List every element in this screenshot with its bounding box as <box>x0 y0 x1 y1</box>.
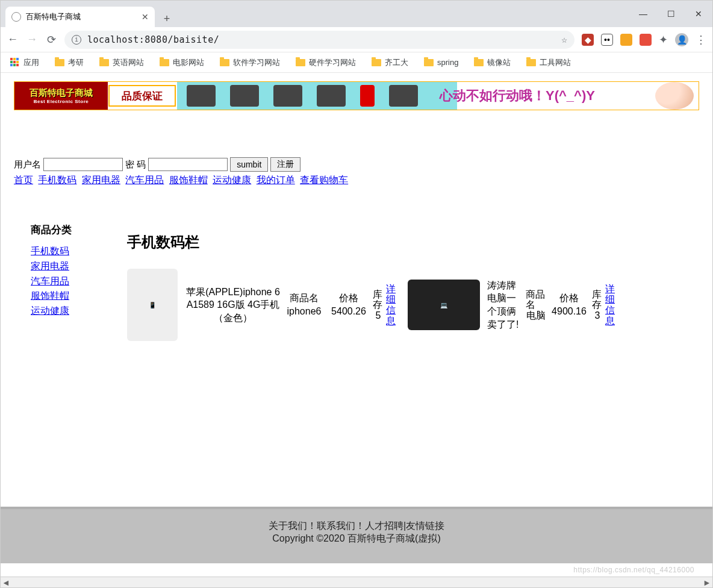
new-tab-button[interactable]: + <box>158 10 175 27</box>
submit-button[interactable]: sumbit <box>230 157 268 172</box>
bookmark-item[interactable]: 齐工大 <box>372 57 408 68</box>
password-input[interactable] <box>148 158 228 171</box>
bookmark-item[interactable]: 硬件学习网站 <box>296 57 356 68</box>
banner-slogan: 心动不如行动哦！Y(^_^)Y <box>429 87 655 105</box>
apps-label: 应用 <box>23 57 39 68</box>
gadget-icon <box>230 85 259 107</box>
folder-icon <box>296 59 305 66</box>
page-content: 百斯特电子商城 Best Electronic Store 品质保证 心动不如行… <box>1 73 712 587</box>
reload-button[interactable]: ⟳ <box>45 34 57 46</box>
url-text: localhost:8080/baisite/ <box>87 34 555 45</box>
scroll-right-icon[interactable]: ► <box>702 577 712 587</box>
url-field[interactable]: i localhost:8080/baisite/ ☆ <box>64 31 574 49</box>
bookmark-star-icon[interactable]: ☆ <box>561 34 567 45</box>
site-info-icon[interactable]: i <box>72 35 81 45</box>
nav-link[interactable]: 首页 <box>14 175 33 185</box>
product-price: 价格5400.26 <box>327 292 370 317</box>
folder-icon <box>55 59 64 66</box>
sidebar-item[interactable]: 手机数码 <box>31 244 103 259</box>
scroll-track[interactable] <box>11 577 702 587</box>
close-tab-icon[interactable]: ✕ <box>142 12 149 22</box>
login-form: 用户名 密 码 sumbit 注册 <box>14 157 699 172</box>
gadget-icon <box>317 85 346 107</box>
bookmark-item[interactable]: 考研 <box>55 57 84 68</box>
product-price: 价格4900.16 <box>549 292 590 317</box>
gadget-icon <box>187 85 216 107</box>
nav-link[interactable]: 查看购物车 <box>300 175 348 185</box>
folder-icon <box>99 59 109 66</box>
folder-icon <box>220 59 229 66</box>
bookmark-item[interactable]: spring <box>424 58 458 67</box>
sidebar-title: 商品分类 <box>31 223 103 237</box>
product-detail-link[interactable]: 详细信息 <box>605 284 616 326</box>
bookmark-item[interactable]: 镜像站 <box>474 57 511 68</box>
bookmark-item[interactable]: 软件学习网站 <box>220 57 280 68</box>
profile-avatar-icon[interactable]: 👤 <box>675 33 688 46</box>
banner-gadgets <box>176 85 429 107</box>
folder-icon <box>372 59 381 66</box>
folder-icon <box>474 59 484 66</box>
minimize-button[interactable]: — <box>629 1 657 27</box>
folder-icon <box>526 59 536 66</box>
gadget-icon <box>273 85 302 107</box>
nav-link[interactable]: 手机数码 <box>38 175 76 185</box>
favicon-icon <box>11 12 21 22</box>
ublock-icon[interactable]: ◆ <box>582 34 594 46</box>
site-banner: 百斯特电子商城 Best Electronic Store 品质保证 心动不如行… <box>14 81 699 110</box>
extensions-menu-icon[interactable]: ✦ <box>659 33 668 46</box>
product-name: 商品名iphone6 <box>284 292 325 317</box>
back-button[interactable]: ← <box>7 34 19 46</box>
product-image: 📱 <box>127 269 178 341</box>
browser-menu-icon[interactable]: ⋮ <box>696 33 706 46</box>
extension-icon[interactable]: •• <box>601 34 613 46</box>
watermark-text: https://blog.csdn.net/qq_44216000 <box>573 566 694 574</box>
nav-link[interactable]: 运动健康 <box>213 175 251 185</box>
username-input[interactable] <box>43 158 123 171</box>
password-label: 密 码 <box>125 159 146 170</box>
address-bar: ← → ⟳ i localhost:8080/baisite/ ☆ ◆ •• ✦… <box>1 27 712 52</box>
product-desc: 苹果(APPLE)iphone 6 A1589 16G版 4G手机（金色） <box>185 286 281 325</box>
horizontal-scrollbar[interactable]: ◄ ► <box>1 577 712 587</box>
forward-button[interactable]: → <box>26 34 38 46</box>
extension-icon-3[interactable] <box>640 34 652 46</box>
register-button[interactable]: 注册 <box>270 157 300 172</box>
apps-button[interactable]: 应用 <box>10 57 39 68</box>
section-title: 手机数码栏 <box>127 233 700 252</box>
maximize-button[interactable]: ☐ <box>657 1 685 27</box>
bookmark-item[interactable]: 英语网站 <box>99 57 144 68</box>
sidebar-item[interactable]: 家用电器 <box>31 259 103 274</box>
extension-icon-2[interactable] <box>620 34 632 46</box>
site-logo: 百斯特电子商城 Best Electronic Store <box>14 82 108 110</box>
product-image: 💻 <box>408 280 480 330</box>
nav-link[interactable]: 家用电器 <box>82 175 120 185</box>
sidebar-item[interactable]: 运动健康 <box>31 304 103 319</box>
nav-link[interactable]: 汽车用品 <box>125 175 164 185</box>
bookmark-item[interactable]: 电影网站 <box>160 57 204 68</box>
product-detail-link[interactable]: 详细信息 <box>386 284 397 326</box>
bookmarks-bar: 应用 考研 英语网站 电影网站 软件学习网站 硬件学习网站 齐工大 spring… <box>1 52 712 73</box>
category-sidebar: 商品分类 手机数码 家用电器 汽车用品 服饰鞋帽 运动健康 <box>31 223 103 341</box>
footer-copyright: Copyright ©2020 百斯特电子商城(虚拟) <box>1 533 712 545</box>
close-window-button[interactable]: ✕ <box>685 1 712 27</box>
scroll-left-icon[interactable]: ◄ <box>1 577 11 587</box>
product-desc: 涛涛牌电脑一个顶俩卖了了! <box>487 279 523 331</box>
product-name: 商品名电脑 <box>526 289 546 321</box>
product-stock: 库存3 <box>592 289 603 321</box>
product-section: 手机数码栏 📱 苹果(APPLE)iphone 6 A1589 16G版 4G手… <box>127 223 700 341</box>
sidebar-item[interactable]: 汽车用品 <box>31 274 103 289</box>
browser-tab[interactable]: 百斯特电子商城 ✕ <box>5 7 155 27</box>
bookmark-item[interactable]: 工具网站 <box>526 57 571 68</box>
nav-link[interactable]: 我的订单 <box>257 175 295 185</box>
apps-grid-icon <box>10 58 20 67</box>
page-footer: 关于我们！联系我们！人才招聘|友情链接 Copyright ©2020 百斯特电… <box>1 507 712 563</box>
username-label: 用户名 <box>14 159 41 170</box>
gadget-icon <box>360 85 375 107</box>
banner-face-icon <box>655 82 694 110</box>
footer-links: 关于我们！联系我们！人才招聘|友情链接 <box>1 520 712 533</box>
gadget-icon <box>389 85 418 107</box>
main-nav: 首页 手机数码 家用电器 汽车用品 服饰鞋帽 运动健康 我的订单 查看购物车 <box>14 174 699 187</box>
folder-icon <box>160 59 169 66</box>
tab-title: 百斯特电子商城 <box>26 11 137 22</box>
nav-link[interactable]: 服饰鞋帽 <box>169 175 208 185</box>
sidebar-item[interactable]: 服饰鞋帽 <box>31 289 103 304</box>
